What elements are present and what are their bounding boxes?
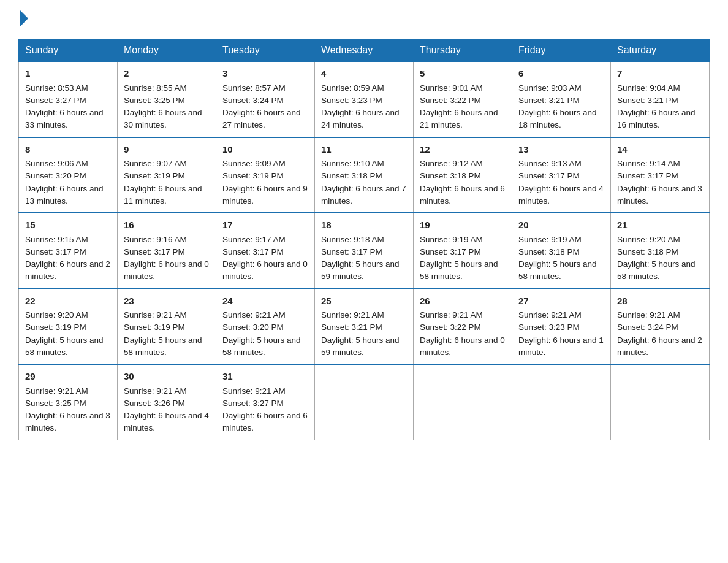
- calendar-cell: 29Sunrise: 9:21 AMSunset: 3:25 PMDayligh…: [19, 364, 118, 440]
- calendar-cell: 20Sunrise: 9:19 AMSunset: 3:18 PMDayligh…: [512, 213, 611, 289]
- page-header: [18, 12, 710, 27]
- day-number: 16: [124, 218, 210, 232]
- week-row-1: 1Sunrise: 8:53 AMSunset: 3:27 PMDaylight…: [19, 61, 710, 137]
- calendar-cell: [414, 364, 512, 440]
- calendar-cell: 30Sunrise: 9:21 AMSunset: 3:26 PMDayligh…: [118, 364, 216, 440]
- calendar-cell: 10Sunrise: 9:09 AMSunset: 3:19 PMDayligh…: [216, 137, 315, 213]
- day-number: 11: [321, 143, 407, 157]
- day-number: 15: [25, 218, 111, 232]
- calendar-body: 1Sunrise: 8:53 AMSunset: 3:27 PMDaylight…: [19, 61, 710, 440]
- day-number: 31: [222, 370, 308, 384]
- calendar-cell: 24Sunrise: 9:21 AMSunset: 3:20 PMDayligh…: [216, 289, 315, 365]
- calendar-cell: 13Sunrise: 9:13 AMSunset: 3:17 PMDayligh…: [512, 137, 611, 213]
- day-number: 29: [25, 370, 111, 384]
- calendar-cell: [611, 364, 710, 440]
- logo-arrow-icon: [20, 10, 28, 27]
- calendar-cell: 3Sunrise: 8:57 AMSunset: 3:24 PMDaylight…: [216, 61, 315, 137]
- header-cell-monday: Monday: [118, 40, 216, 62]
- day-number: 1: [25, 67, 111, 81]
- day-number: 14: [617, 143, 703, 157]
- header-cell-sunday: Sunday: [19, 40, 118, 62]
- day-number: 17: [222, 218, 308, 232]
- calendar-cell: [315, 364, 414, 440]
- week-row-2: 8Sunrise: 9:06 AMSunset: 3:20 PMDaylight…: [19, 137, 710, 213]
- header-cell-tuesday: Tuesday: [216, 40, 315, 62]
- header-cell-wednesday: Wednesday: [315, 40, 414, 62]
- calendar-cell: 16Sunrise: 9:16 AMSunset: 3:17 PMDayligh…: [118, 213, 216, 289]
- day-number: 6: [518, 67, 604, 81]
- day-number: 4: [321, 67, 407, 81]
- day-number: 10: [222, 143, 308, 157]
- day-number: 30: [124, 370, 210, 384]
- week-row-4: 22Sunrise: 9:20 AMSunset: 3:19 PMDayligh…: [19, 289, 710, 365]
- day-number: 18: [321, 218, 407, 232]
- calendar-cell: 17Sunrise: 9:17 AMSunset: 3:17 PMDayligh…: [216, 213, 315, 289]
- logo: [18, 12, 28, 27]
- calendar-cell: 18Sunrise: 9:18 AMSunset: 3:17 PMDayligh…: [315, 213, 414, 289]
- calendar-table: SundayMondayTuesdayWednesdayThursdayFrid…: [18, 39, 710, 440]
- calendar-cell: 26Sunrise: 9:21 AMSunset: 3:22 PMDayligh…: [414, 289, 512, 365]
- day-number: 5: [420, 67, 506, 81]
- calendar-cell: 27Sunrise: 9:21 AMSunset: 3:23 PMDayligh…: [512, 289, 611, 365]
- calendar-cell: 22Sunrise: 9:20 AMSunset: 3:19 PMDayligh…: [19, 289, 118, 365]
- day-number: 25: [321, 294, 407, 308]
- calendar-cell: 12Sunrise: 9:12 AMSunset: 3:18 PMDayligh…: [414, 137, 512, 213]
- calendar-cell: 4Sunrise: 8:59 AMSunset: 3:23 PMDaylight…: [315, 61, 414, 137]
- calendar-cell: 1Sunrise: 8:53 AMSunset: 3:27 PMDaylight…: [19, 61, 118, 137]
- calendar-cell: 6Sunrise: 9:03 AMSunset: 3:21 PMDaylight…: [512, 61, 611, 137]
- day-number: 3: [222, 67, 308, 81]
- week-row-5: 29Sunrise: 9:21 AMSunset: 3:25 PMDayligh…: [19, 364, 710, 440]
- calendar-header: SundayMondayTuesdayWednesdayThursdayFrid…: [19, 40, 710, 62]
- calendar-cell: 23Sunrise: 9:21 AMSunset: 3:19 PMDayligh…: [118, 289, 216, 365]
- calendar-cell: 15Sunrise: 9:15 AMSunset: 3:17 PMDayligh…: [19, 213, 118, 289]
- calendar-cell: 9Sunrise: 9:07 AMSunset: 3:19 PMDaylight…: [118, 137, 216, 213]
- day-number: 24: [222, 294, 308, 308]
- header-row: SundayMondayTuesdayWednesdayThursdayFrid…: [19, 40, 710, 62]
- calendar-cell: 21Sunrise: 9:20 AMSunset: 3:18 PMDayligh…: [611, 213, 710, 289]
- calendar-cell: 8Sunrise: 9:06 AMSunset: 3:20 PMDaylight…: [19, 137, 118, 213]
- week-row-3: 15Sunrise: 9:15 AMSunset: 3:17 PMDayligh…: [19, 213, 710, 289]
- calendar-cell: 5Sunrise: 9:01 AMSunset: 3:22 PMDaylight…: [414, 61, 512, 137]
- day-number: 8: [25, 143, 111, 157]
- day-number: 12: [420, 143, 506, 157]
- calendar-cell: 14Sunrise: 9:14 AMSunset: 3:17 PMDayligh…: [611, 137, 710, 213]
- calendar-cell: [512, 364, 611, 440]
- day-number: 27: [518, 294, 604, 308]
- day-number: 13: [518, 143, 604, 157]
- day-number: 2: [124, 67, 210, 81]
- day-number: 21: [617, 218, 703, 232]
- header-cell-saturday: Saturday: [611, 40, 710, 62]
- calendar-cell: 2Sunrise: 8:55 AMSunset: 3:25 PMDaylight…: [118, 61, 216, 137]
- day-number: 20: [518, 218, 604, 232]
- day-number: 9: [124, 143, 210, 157]
- calendar-cell: 25Sunrise: 9:21 AMSunset: 3:21 PMDayligh…: [315, 289, 414, 365]
- calendar-cell: 7Sunrise: 9:04 AMSunset: 3:21 PMDaylight…: [611, 61, 710, 137]
- calendar-cell: 11Sunrise: 9:10 AMSunset: 3:18 PMDayligh…: [315, 137, 414, 213]
- day-number: 28: [617, 294, 703, 308]
- calendar-cell: 19Sunrise: 9:19 AMSunset: 3:17 PMDayligh…: [414, 213, 512, 289]
- day-number: 19: [420, 218, 506, 232]
- day-number: 22: [25, 294, 111, 308]
- calendar-cell: 31Sunrise: 9:21 AMSunset: 3:27 PMDayligh…: [216, 364, 315, 440]
- day-number: 7: [617, 67, 703, 81]
- calendar-cell: 28Sunrise: 9:21 AMSunset: 3:24 PMDayligh…: [611, 289, 710, 365]
- day-number: 26: [420, 294, 506, 308]
- header-cell-friday: Friday: [512, 40, 611, 62]
- header-cell-thursday: Thursday: [414, 40, 512, 62]
- day-number: 23: [124, 294, 210, 308]
